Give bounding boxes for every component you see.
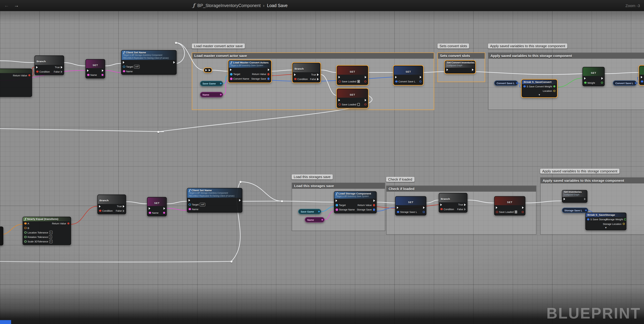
data-pin[interactable] <box>318 210 320 213</box>
pin-default-value[interactable]: 1 <box>49 235 52 239</box>
exec-pin[interactable] <box>338 76 340 78</box>
node-load-storage-component[interactable]: ƒLoad Storage ComponentTarget is BP Inve… <box>334 191 377 213</box>
node-header[interactable]: Branch <box>98 195 126 204</box>
data-pin[interactable] <box>24 227 26 229</box>
data-pin[interactable] <box>87 74 89 76</box>
exec-pin[interactable] <box>188 199 190 201</box>
data-pin[interactable] <box>123 66 125 68</box>
data-pin[interactable] <box>149 212 151 214</box>
exec-pin[interactable] <box>365 76 366 78</box>
node-header[interactable]: SET <box>148 197 166 206</box>
node-header[interactable]: SET <box>86 60 105 68</box>
data-pin[interactable] <box>496 211 498 213</box>
exec-pin[interactable] <box>564 198 565 200</box>
data-pin[interactable] <box>523 85 526 88</box>
exec-pin[interactable] <box>395 76 397 78</box>
data-pin[interactable] <box>294 78 296 80</box>
exec-pin[interactable] <box>584 77 586 79</box>
pin-default-value[interactable]: self <box>200 203 205 206</box>
node-pill-save-game-2[interactable]: Save Game <box>298 209 321 214</box>
data-pin[interactable] <box>28 74 30 76</box>
comment-header[interactable]: Load this storages save <box>292 183 385 189</box>
data-pin[interactable] <box>397 211 399 213</box>
exec-pin[interactable] <box>365 99 366 101</box>
node-header[interactable]: ƒNearly Equal (transform) <box>23 217 71 221</box>
exec-pin[interactable] <box>464 208 466 210</box>
data-pin[interactable] <box>587 218 589 221</box>
data-pin[interactable] <box>422 211 425 213</box>
node-set-convert-save-l[interactable]: SETConvert Save L <box>394 66 423 85</box>
exec-pin[interactable] <box>149 207 150 210</box>
data-pin[interactable] <box>338 80 341 83</box>
data-pin[interactable] <box>395 80 397 83</box>
checkbox-pin[interactable] <box>357 103 360 106</box>
exec-pin[interactable] <box>641 76 642 78</box>
data-pin[interactable] <box>230 78 232 80</box>
exec-pin[interactable] <box>239 199 241 201</box>
exec-pin[interactable] <box>317 78 319 80</box>
data-pin[interactable] <box>364 80 366 83</box>
exec-pin[interactable] <box>164 207 165 210</box>
node-header[interactable]: ƒClient Set NameTarget is BP Storage Inv… <box>122 50 176 60</box>
node-header[interactable]: Branch <box>439 193 467 202</box>
data-pin[interactable] <box>123 70 125 72</box>
exec-pin[interactable] <box>209 69 210 71</box>
node-load-master-convert-actors[interactable]: ƒLoad Master Convert ActorsTarget is BP … <box>228 60 271 82</box>
data-pin[interactable] <box>321 219 323 221</box>
data-pin[interactable] <box>419 80 422 83</box>
node-set-name-1[interactable]: SETName <box>86 59 105 78</box>
pin-default-value[interactable]: 1 <box>49 231 52 234</box>
data-pin[interactable] <box>553 85 555 88</box>
node-header[interactable]: Set Convert InventoriesCollapsed Graph <box>445 61 475 67</box>
node-header[interactable]: Branch <box>293 63 320 72</box>
exec-pin[interactable] <box>268 68 270 71</box>
forward-button[interactable]: → <box>14 0 19 11</box>
node-header[interactable]: ƒClient Set NameTarget is BP Storage Inv… <box>187 188 242 198</box>
node-header[interactable]: Break S_SaveConvert <box>522 80 557 84</box>
node-header[interactable]: Set InventoriesCollapsed Graph <box>562 190 587 197</box>
data-pin[interactable] <box>584 81 586 84</box>
data-pin[interactable] <box>364 103 366 106</box>
node-branch-2[interactable]: BranchTrueConditionFalse <box>292 63 320 83</box>
exec-pin[interactable] <box>317 73 319 76</box>
comment-header[interactable]: Load master convert actor save <box>192 53 434 58</box>
data-pin[interactable] <box>267 78 270 80</box>
exec-pin[interactable] <box>99 205 101 207</box>
node-branch-1[interactable]: BranchTrueConditionFalse <box>34 55 64 75</box>
data-pin[interactable] <box>622 223 625 225</box>
exec-pin[interactable] <box>496 206 498 209</box>
exec-pin[interactable] <box>420 76 422 78</box>
exec-pin[interactable] <box>230 68 232 71</box>
comment-header[interactable]: Sets convert slots <box>438 53 485 58</box>
node-header[interactable]: SET <box>337 89 368 98</box>
node-set-save-loaded-3[interactable]: SETSave Loaded <box>494 196 526 215</box>
node-nearly-equal-transform-left[interactable]: ƒNearly Equal (transform)AReturn ValueBL… <box>0 68 32 97</box>
data-pin[interactable] <box>24 240 26 243</box>
exec-pin[interactable] <box>374 200 375 202</box>
data-pin[interactable] <box>163 212 165 214</box>
exec-pin[interactable] <box>423 206 425 209</box>
data-pin[interactable] <box>338 103 341 106</box>
node-pill-storage-save-l[interactable]: Storage Save L <box>562 208 588 213</box>
data-pin[interactable] <box>641 80 643 83</box>
data-pin[interactable] <box>522 211 524 213</box>
exec-pin[interactable] <box>440 203 442 206</box>
node-set-save-loaded-2[interactable]: SETSave Loaded <box>337 89 368 108</box>
data-pin[interactable] <box>101 74 104 76</box>
exec-pin[interactable] <box>397 206 398 209</box>
exec-pin[interactable] <box>336 200 338 202</box>
data-pin[interactable] <box>220 82 222 85</box>
node-header[interactable]: ƒLoad Storage ComponentTarget is BP Inve… <box>334 192 376 198</box>
pin-default-value[interactable]: 1 <box>49 240 52 243</box>
breadcrumb-current[interactable]: Load Save <box>267 3 288 8</box>
node-nearly-equal-transform-2[interactable]: ƒNearly Equal (transform)AReturn ValueBL… <box>22 217 71 245</box>
back-button[interactable]: ← <box>4 0 9 11</box>
node-header[interactable]: SET <box>640 66 644 75</box>
node-break-s-savestorage[interactable]: Break S_SaveStorageS Save StorageStorage… <box>586 213 626 230</box>
node-pill-convert-save-l-1[interactable]: Convert Save L <box>494 80 518 86</box>
node-pill-name-1[interactable]: Name <box>200 92 223 97</box>
data-pin[interactable] <box>336 209 338 211</box>
data-pin[interactable] <box>24 236 26 238</box>
data-pin[interactable] <box>624 218 626 221</box>
breadcrumb-root[interactable]: BP_StorageInventoryComponent <box>197 3 260 8</box>
